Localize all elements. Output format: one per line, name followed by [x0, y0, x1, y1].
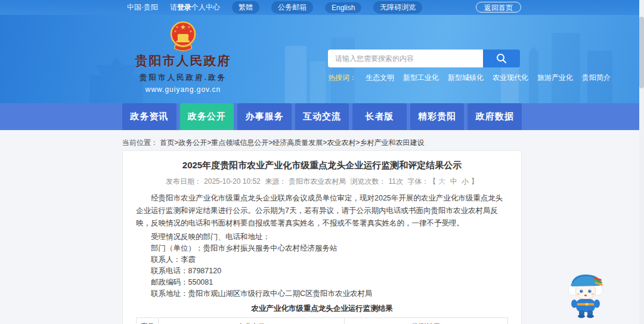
font-size-small-button[interactable]: 小: [462, 177, 469, 186]
nav-item-senior[interactable]: 长者版: [352, 103, 407, 130]
department-line: 部门（单位）：贵阳市乡村振兴服务中心农村经济服务站: [136, 245, 508, 252]
svg-text:★: ★: [188, 25, 191, 29]
source-label: 来源：: [265, 177, 286, 186]
mascot-icon: [563, 270, 611, 319]
mascot-figure[interactable]: [563, 270, 611, 321]
breadcrumb: 当前位置： 首页>政务公开>重点领域信息公开>经济高质量发展>农业农村>乡村产业…: [122, 138, 424, 148]
national-emblem-icon: ★ ★ ★ ★ ★: [169, 20, 197, 51]
views-label: 浏览次数：: [350, 177, 386, 186]
svg-text:★: ★: [176, 25, 179, 29]
table-header-row: 序号 企业名称 监测结果: [137, 318, 508, 324]
svg-text:★: ★: [190, 29, 193, 33]
hot-word-industrialization[interactable]: 新型工业化: [403, 73, 439, 83]
contact-phone-line: 联系电话：87987120: [136, 267, 508, 275]
accessibility-link[interactable]: 无障碍浏览: [373, 1, 422, 14]
monitoring-result-table: 序号 企业名称 监测结果 1 贵州合力超市采购有限公司 合格 2 贵州友禾种业有…: [136, 317, 508, 324]
svg-text:★: ★: [180, 23, 186, 30]
contact-person-line: 联系人：李霞: [136, 256, 508, 264]
article-meta: 发布日期：2025-10-20 10:52 来源：贵阳市农业农村局 浏览次数：1…: [136, 177, 508, 187]
publish-date-value: 2025-10-20 10:52: [204, 177, 261, 186]
site-subtitle: 贵阳市人民政府.政务: [126, 73, 240, 83]
site-brand[interactable]: ★ ★ ★ ★ ★ 贵阳市人民政府 贵阳市人民政府.政务 www.guiyang…: [126, 20, 240, 94]
hot-word-urbanization[interactable]: 新型城镇化: [448, 73, 484, 83]
svg-text:★: ★: [174, 29, 177, 33]
header-result: 监测结果: [344, 318, 507, 324]
nav-item-services[interactable]: 办事服务: [237, 103, 292, 130]
hot-search-row: 热搜词： 生态文明 新型工业化 新型城镇化 农业现代化 旅游产业化 贵阳简介: [328, 73, 520, 83]
nav-item-gov-data[interactable]: 政府数据: [467, 103, 522, 130]
search-area: 热搜词： 生态文明 新型工业化 新型城镇化 农业现代化 旅游产业化 贵阳简介: [328, 50, 520, 83]
article-body: 经贵阳市农业产业化市级重点龙头企业联席会议成员单位审定，现对2025年开展的农业…: [136, 192, 508, 298]
nav-item-highlights[interactable]: 精彩贵阳: [410, 103, 465, 130]
search-icon: [496, 53, 507, 64]
search-input[interactable]: [328, 50, 483, 67]
login-link[interactable]: 请登录个人中心: [170, 2, 220, 13]
table-title: 农业产业化市级重点龙头企业运行监测结果: [136, 304, 508, 314]
source-value: 贵阳市农业农村局: [289, 177, 346, 186]
official-mail-link[interactable]: 公务邮箱: [271, 1, 313, 14]
header-banner: ★ ★ ★ ★ ★ 贵阳市人民政府 贵阳市人民政府.政务 www.guiyang…: [0, 15, 644, 103]
accept-header-line: 受理情况反映的部门、电话和地址：: [136, 233, 508, 241]
breadcrumb-path[interactable]: 首页>政务公开>重点领域信息公开>经济高质量发展>农业农村>乡村产业和农田建设: [160, 138, 424, 147]
postcode-line: 邮政编码：550081: [136, 279, 508, 286]
site-title: 贵阳市人民政府: [126, 53, 240, 69]
breadcrumb-label: 当前位置：: [122, 138, 158, 147]
address-line: 联系地址：贵阳市观山湖区市级行政中心二期C区贵阳市农业农村局: [136, 290, 508, 298]
hot-word-tourism[interactable]: 旅游产业化: [537, 73, 573, 83]
english-link[interactable]: English: [325, 2, 361, 13]
header-index: 序号: [137, 318, 159, 324]
main-navigation: 政务资讯 政务公开 办事服务 互动交流 长者版 精彩贵阳 政府数据: [0, 103, 644, 130]
site-url: www.guiyang.gov.cn: [126, 85, 240, 94]
font-size-large-button[interactable]: 大: [438, 177, 445, 186]
publish-date-label: 发布日期：: [166, 177, 202, 186]
region-link[interactable]: 中国·贵阳: [127, 2, 158, 13]
nav-item-news[interactable]: 政务资讯: [122, 103, 177, 130]
scrollbar-thumb[interactable]: [639, 17, 644, 88]
hot-search-label: 热搜词：: [328, 73, 357, 83]
header-company: 企业名称: [159, 318, 345, 324]
font-size-medium-button[interactable]: 中: [450, 177, 457, 186]
views-value: 11次: [388, 177, 402, 186]
top-utility-bar: 中国·贵阳 请登录个人中心 繁體 公务邮箱 English 无障碍浏览: [0, 0, 644, 15]
nav-item-interaction[interactable]: 互动交流: [295, 103, 349, 130]
nav-item-gov-affairs[interactable]: 政务公开: [180, 103, 234, 130]
scrollbar-track[interactable]: [639, 0, 644, 324]
intro-paragraph: 经贵阳市农业产业化市级重点龙头企业联席会议成员单位审定，现对2025年开展的农业…: [136, 192, 508, 230]
article-card: 2025年度贵阳市农业产业化市级重点龙头企业运行监测和评定结果公示 发布日期：2…: [122, 150, 522, 324]
hot-word-ecology[interactable]: 生态文明: [366, 73, 394, 83]
search-button[interactable]: [483, 50, 520, 67]
font-size-label: 字体：【: [407, 177, 436, 186]
hot-word-agriculture[interactable]: 农业现代化: [493, 73, 528, 83]
traditional-chinese-link[interactable]: 繁體: [232, 1, 259, 14]
article-title: 2025年度贵阳市农业产业化市级重点龙头企业运行监测和评定结果公示: [136, 160, 508, 171]
hot-word-intro[interactable]: 贵阳简介: [582, 73, 611, 83]
return-home-button[interactable]: 返回首页: [476, 2, 521, 13]
